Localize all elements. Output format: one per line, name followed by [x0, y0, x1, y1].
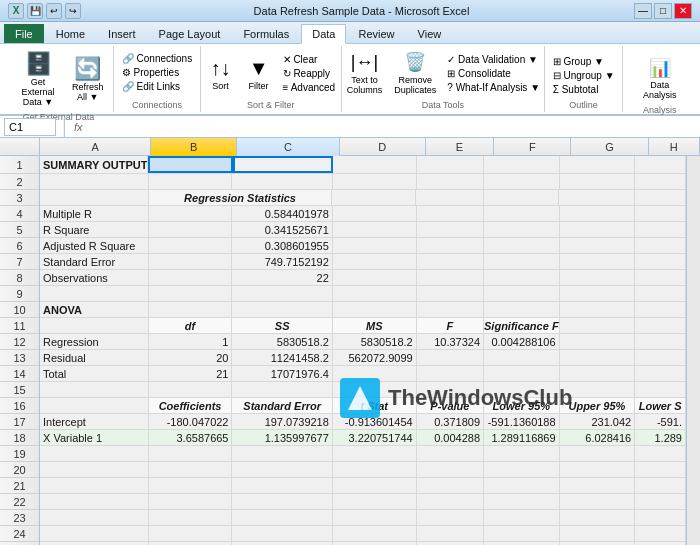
cell-h15[interactable]: [635, 382, 686, 397]
row-header-16[interactable]: 16: [0, 398, 39, 414]
row-header-18[interactable]: 18: [0, 430, 39, 446]
cell-d10[interactable]: [333, 302, 417, 317]
row-header-3[interactable]: 3: [0, 190, 39, 206]
properties-button[interactable]: ⚙ Properties: [118, 66, 196, 79]
row-header-21[interactable]: 21: [0, 478, 39, 494]
maximize-button[interactable]: □: [654, 3, 672, 19]
clear-button[interactable]: ✕ Clear: [279, 53, 340, 66]
cell-g3[interactable]: [559, 190, 635, 205]
cell-g9[interactable]: [560, 286, 636, 301]
cell-a11[interactable]: [40, 318, 149, 333]
cell-e11[interactable]: F: [417, 318, 484, 333]
cell-e12[interactable]: 10.37324: [417, 334, 484, 349]
cell-f18[interactable]: 1.289116869: [484, 430, 560, 445]
cell-b12[interactable]: 1: [149, 334, 233, 349]
cell-b10[interactable]: [149, 302, 233, 317]
row-header-1[interactable]: 1: [0, 156, 39, 174]
consolidate-button[interactable]: ⊞ Consolidate: [443, 67, 544, 80]
sort-button[interactable]: ↑↓ Sort: [203, 52, 239, 94]
col-header-a[interactable]: A: [40, 138, 151, 156]
cell-c17[interactable]: 197.0739218: [232, 414, 332, 429]
col-header-g[interactable]: G: [571, 138, 648, 156]
cell-a1[interactable]: SUMMARY OUTPUT: [40, 156, 148, 173]
cell-d4[interactable]: [333, 206, 417, 221]
cell-g12[interactable]: [560, 334, 636, 349]
row-header-23[interactable]: 23: [0, 510, 39, 526]
cell-h2[interactable]: [635, 174, 686, 189]
col-header-d[interactable]: D: [340, 138, 426, 156]
cell-a13[interactable]: Residual: [40, 350, 149, 365]
col-header-b[interactable]: B: [151, 138, 237, 156]
row-header-9[interactable]: 9: [0, 286, 39, 302]
cell-f12[interactable]: 0.004288106: [484, 334, 560, 349]
cell-g14[interactable]: [560, 366, 636, 381]
cell-g10[interactable]: [560, 302, 636, 317]
cell-a16[interactable]: [40, 398, 149, 413]
save-icon[interactable]: 💾: [27, 3, 43, 19]
reapply-button[interactable]: ↻ Reapply: [279, 67, 340, 80]
cell-d6[interactable]: [333, 238, 417, 253]
cell-h10[interactable]: [635, 302, 686, 317]
cell-b17[interactable]: -180.047022: [149, 414, 233, 429]
row-header-15[interactable]: 15: [0, 382, 39, 398]
cell-d16[interactable]: t Stat: [333, 398, 417, 413]
cell-f2[interactable]: [484, 174, 560, 189]
cell-a15[interactable]: [40, 382, 149, 397]
cell-c2[interactable]: [232, 174, 332, 189]
tab-file[interactable]: File: [4, 24, 44, 43]
subtotal-button[interactable]: Σ Subtotal: [549, 83, 619, 96]
cell-h16[interactable]: Lower S: [635, 398, 686, 413]
cell-c11[interactable]: SS: [232, 318, 332, 333]
cell-c5[interactable]: 0.341525671: [232, 222, 332, 237]
cell-h4[interactable]: [635, 206, 686, 221]
cell-h3[interactable]: [635, 190, 686, 205]
cell-h5[interactable]: [635, 222, 686, 237]
cell-h8[interactable]: [635, 270, 686, 285]
cell-b13[interactable]: 20: [149, 350, 233, 365]
cell-a18[interactable]: X Variable 1: [40, 430, 149, 445]
undo-icon[interactable]: ↩: [46, 3, 62, 19]
cell-e7[interactable]: [417, 254, 484, 269]
col-header-f[interactable]: F: [494, 138, 571, 156]
cell-e4[interactable]: [417, 206, 484, 221]
cell-g7[interactable]: [560, 254, 636, 269]
row-header-22[interactable]: 22: [0, 494, 39, 510]
cell-g17[interactable]: 231.042: [560, 414, 636, 429]
cell-g5[interactable]: [560, 222, 636, 237]
cell-c12[interactable]: 5830518.2: [232, 334, 332, 349]
cell-f13[interactable]: [484, 350, 560, 365]
cell-c13[interactable]: 11241458.2: [232, 350, 332, 365]
cell-d13[interactable]: 562072.9099: [333, 350, 417, 365]
row-header-14[interactable]: 14: [0, 366, 39, 382]
cell-h11[interactable]: [635, 318, 686, 333]
cell-h18[interactable]: 1.289: [635, 430, 686, 445]
cell-h12[interactable]: [635, 334, 686, 349]
cell-h17[interactable]: -591.: [635, 414, 686, 429]
cell-b15[interactable]: [149, 382, 233, 397]
row-header-13[interactable]: 13: [0, 350, 39, 366]
cell-c4[interactable]: 0.584401978: [232, 206, 332, 221]
row-header-11[interactable]: 11: [0, 318, 39, 334]
col-header-c[interactable]: C: [237, 138, 340, 156]
cell-c10[interactable]: [232, 302, 332, 317]
cell-g2[interactable]: [560, 174, 636, 189]
cell-a17[interactable]: Intercept: [40, 414, 149, 429]
cell-b1[interactable]: [148, 156, 232, 173]
cell-b4[interactable]: [149, 206, 233, 221]
cell-d3[interactable]: [332, 190, 416, 205]
cell-f4[interactable]: [484, 206, 560, 221]
cell-e6[interactable]: [417, 238, 484, 253]
tab-home[interactable]: Home: [45, 24, 96, 43]
cell-f15[interactable]: [484, 382, 560, 397]
cell-c9[interactable]: [232, 286, 332, 301]
cell-a5[interactable]: R Square: [40, 222, 149, 237]
cell-f14[interactable]: [484, 366, 560, 381]
row-header-8[interactable]: 8: [0, 270, 39, 286]
cell-a2[interactable]: [40, 174, 149, 189]
cell-h7[interactable]: [635, 254, 686, 269]
tab-formulas[interactable]: Formulas: [232, 24, 300, 43]
text-to-columns-button[interactable]: |↔| Text toColumns: [342, 48, 388, 97]
cell-a6[interactable]: Adjusted R Square: [40, 238, 149, 253]
cell-e3[interactable]: [416, 190, 483, 205]
row-header-5[interactable]: 5: [0, 222, 39, 238]
